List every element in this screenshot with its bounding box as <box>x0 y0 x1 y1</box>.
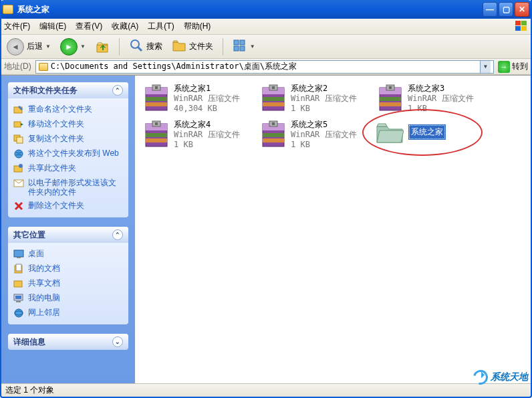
tasks-panel: 文件和文件夹任务 ⌃ 重命名这个文件夹 移动这个文件夹 复制这个文件夹 将这个文… <box>8 82 128 217</box>
file-size: 40,304 KB <box>174 104 257 114</box>
svg-rect-19 <box>17 257 21 258</box>
toolbar-separator <box>119 38 120 56</box>
archive-icon <box>260 84 287 113</box>
svg-rect-7 <box>240 40 245 45</box>
menu-help[interactable]: 帮助(H) <box>184 21 211 32</box>
details-panel: 详细信息 ⌄ <box>8 334 128 350</box>
search-button[interactable]: 搜索 <box>126 37 165 56</box>
task-email[interactable]: 以电子邮件形式发送该文件夹内的文件 <box>13 176 123 199</box>
desktop-icon <box>13 249 24 260</box>
windows-flag-icon <box>515 20 528 32</box>
file-name: 系统之家5 <box>291 120 374 130</box>
places-panel: 其它位置 ⌃ 桌面 我的文档 共享文档 我的电脑 网上邻居 <box>8 227 128 324</box>
svg-rect-42 <box>380 97 401 101</box>
places-panel-header[interactable]: 其它位置 ⌃ <box>8 227 128 243</box>
menu-edit[interactable]: 编辑(E) <box>39 21 66 32</box>
new-folder-item[interactable]: 系统之家 <box>376 120 445 144</box>
move-icon <box>13 119 24 130</box>
forward-dropdown-icon: ▼ <box>80 43 86 49</box>
address-folder-icon <box>39 63 48 71</box>
svg-rect-18 <box>14 250 23 257</box>
folders-label: 文件夹 <box>189 41 213 52</box>
delete-icon <box>13 201 24 211</box>
address-dropdown-icon[interactable]: ▼ <box>480 61 491 73</box>
file-size: 1 KB <box>291 140 374 150</box>
back-icon: ◄ <box>7 38 24 56</box>
details-panel-header[interactable]: 详细信息 ⌄ <box>8 334 128 350</box>
svg-rect-30 <box>146 97 167 101</box>
expand-icon[interactable]: ⌄ <box>112 336 123 347</box>
file-item[interactable]: 系统之家3WinRAR 压缩文件1 KB <box>376 82 493 118</box>
place-shared[interactable]: 共享文档 <box>13 276 123 291</box>
menu-file[interactable]: 文件(F) <box>4 21 30 32</box>
menu-tools[interactable]: 工具(T) <box>148 21 174 32</box>
place-mydocs[interactable]: 我的文档 <box>13 262 123 276</box>
svg-rect-8 <box>234 46 239 51</box>
place-network[interactable]: 网上邻居 <box>13 306 123 320</box>
menu-view[interactable]: 查看(V) <box>76 21 102 32</box>
task-share[interactable]: 共享此文件夹 <box>13 161 123 176</box>
file-type: WinRAR 压缩文件 <box>174 94 257 104</box>
file-view[interactable]: 系统之家1WinRAR 压缩文件40,304 KB系统之家2WinRAR 压缩文… <box>135 76 531 383</box>
archive-icon <box>377 84 404 113</box>
address-input[interactable]: C:\Documents and Settings\Administrator\… <box>35 60 494 74</box>
toolbar-separator <box>223 38 223 56</box>
place-desktop[interactable]: 桌面 <box>13 247 123 262</box>
file-type: WinRAR 压缩文件 <box>291 94 374 104</box>
views-button[interactable]: ▼ <box>230 37 258 56</box>
folders-icon <box>172 38 186 55</box>
computer-icon <box>13 293 24 304</box>
views-dropdown-icon: ▼ <box>250 43 255 49</box>
svg-rect-54 <box>263 133 284 137</box>
network-icon <box>13 308 24 318</box>
svg-rect-22 <box>14 281 22 287</box>
file-item[interactable]: 系统之家5WinRAR 压缩文件1 KB <box>259 118 376 155</box>
file-item[interactable]: 系统之家2WinRAR 压缩文件1 KB <box>259 82 376 118</box>
folders-button[interactable]: 文件夹 <box>169 37 216 56</box>
place-mycomputer[interactable]: 我的电脑 <box>13 291 123 306</box>
close-button[interactable]: ✕ <box>515 2 529 17</box>
svg-rect-37 <box>263 102 284 106</box>
svg-rect-36 <box>263 97 284 101</box>
svg-rect-13 <box>17 137 23 143</box>
forward-button[interactable]: ► ▼ <box>57 37 88 57</box>
file-size: 1 KB <box>408 104 491 114</box>
address-label: 地址(D) <box>4 61 31 72</box>
svg-rect-43 <box>380 102 401 106</box>
toolbar: ◄ 后退 ▼ ► ▼ 搜索 文件夹 ▼ <box>0 35 532 59</box>
task-move[interactable]: 移动这个文件夹 <box>13 117 123 132</box>
address-bar: 地址(D) C:\Documents and Settings\Administ… <box>0 59 532 75</box>
go-button[interactable]: → 转到 <box>498 61 528 73</box>
collapse-icon[interactable]: ⌃ <box>112 85 123 96</box>
menu-favorites[interactable]: 收藏(A) <box>112 21 138 32</box>
file-name: 系统之家4 <box>174 120 257 130</box>
svg-rect-24 <box>15 296 21 299</box>
status-text: 选定 1 个对象 <box>5 385 54 396</box>
task-publish[interactable]: 将这个文件夹发布到 Web <box>13 146 123 161</box>
maximize-button[interactable]: ▢ <box>499 2 513 17</box>
back-button[interactable]: ◄ 后退 ▼ <box>4 37 53 57</box>
collapse-icon[interactable]: ⌃ <box>112 229 123 240</box>
task-delete[interactable]: 删除这个文件夹 <box>13 199 123 213</box>
tasks-panel-header[interactable]: 文件和文件夹任务 ⌃ <box>8 82 128 98</box>
go-label: 转到 <box>512 61 528 72</box>
up-button[interactable] <box>92 38 112 56</box>
file-item[interactable]: 系统之家4WinRAR 压缩文件1 KB <box>142 118 259 155</box>
share-icon <box>13 163 24 174</box>
tasks-title: 文件和文件夹任务 <box>13 85 78 96</box>
svg-rect-48 <box>146 133 167 137</box>
new-folder-label[interactable]: 系统之家 <box>409 125 445 139</box>
menu-bar: 文件(F) 编辑(E) 查看(V) 收藏(A) 工具(T) 帮助(H) <box>0 19 532 35</box>
svg-rect-1 <box>521 21 527 25</box>
file-item[interactable]: 系统之家1WinRAR 压缩文件40,304 KB <box>142 82 259 118</box>
minimize-button[interactable]: — <box>483 2 497 17</box>
sidebar: 文件和文件夹任务 ⌃ 重命名这个文件夹 移动这个文件夹 复制这个文件夹 将这个文… <box>1 76 135 383</box>
task-rename[interactable]: 重命名这个文件夹 <box>13 102 123 117</box>
svg-point-26 <box>15 309 23 317</box>
file-name: 系统之家1 <box>174 84 257 94</box>
svg-rect-39 <box>272 86 275 89</box>
copy-icon <box>13 134 24 144</box>
task-copy[interactable]: 复制这个文件夹 <box>13 132 123 146</box>
archive-icon <box>143 120 170 149</box>
file-type: WinRAR 压缩文件 <box>174 130 257 140</box>
